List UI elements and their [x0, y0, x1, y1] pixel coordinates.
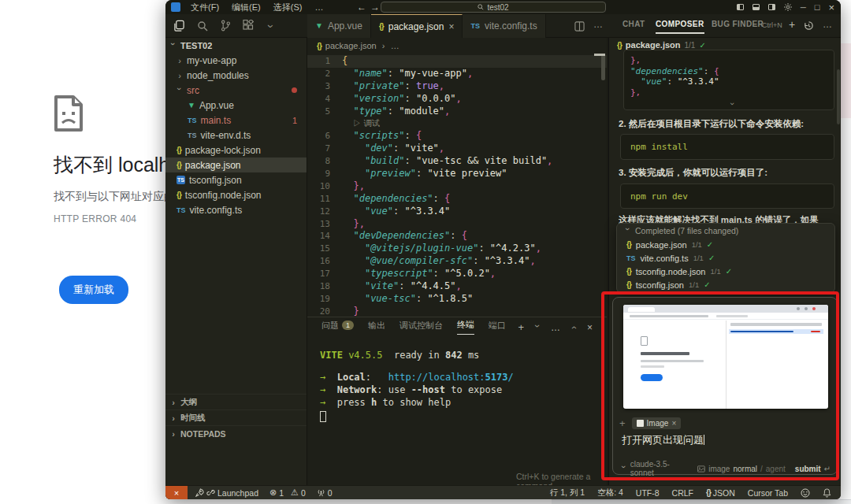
sidebar-item-package-lock[interactable]: {} package-lock.json	[165, 143, 307, 158]
warnings-count: 0	[301, 488, 306, 498]
chip-close-icon[interactable]: ×	[671, 419, 676, 428]
completed-file-row[interactable]: {} tsconfig.json 1/1 ✓	[617, 278, 834, 291]
model-dropdown-icon[interactable]: ›	[619, 465, 629, 472]
split-editor-icon[interactable]	[574, 21, 585, 32]
completed-header[interactable]: › Completed (7 files changed)	[617, 224, 834, 238]
feedback-smiley-icon[interactable]	[801, 488, 810, 498]
terminal-output[interactable]: VITE v4.5.5 ready in 842 ms → Local: htt…	[320, 349, 514, 424]
menu-edit[interactable]: 编辑(E)	[225, 2, 267, 13]
panel-tab-debug-console[interactable]: 调试控制台	[399, 320, 443, 335]
expand-code-chevron-icon[interactable]: ›	[727, 102, 738, 108]
sidebar-section-timeline[interactable]: › 时间线	[165, 410, 307, 425]
remote-indicator[interactable]: ×	[165, 486, 188, 499]
model-selector[interactable]: claude-3.5-sonnet	[630, 460, 692, 477]
maximize-panel-icon[interactable]: ›	[568, 324, 579, 331]
command-search-box[interactable]: test02	[381, 2, 606, 13]
code-lines[interactable]: 1{2 "name": "my-vue-app",3 "private": tr…	[307, 55, 607, 317]
sidebar-root-folder[interactable]: › TEST02	[165, 38, 307, 53]
extensions-icon[interactable]	[243, 20, 254, 31]
chat-scrollbar[interactable]	[837, 69, 840, 124]
language-mode[interactable]: {} JSON	[706, 488, 735, 498]
codelens-debug-action[interactable]: ▷ 调试	[342, 117, 380, 130]
editor-actions-more-icon[interactable]: …	[593, 19, 603, 30]
panel-more-icon[interactable]: …	[551, 322, 560, 333]
code-token	[342, 255, 365, 266]
sidebar-item-my-vue-app[interactable]: › my-vue-app	[165, 53, 307, 68]
window-minimize-icon[interactable]: ─	[801, 3, 806, 12]
mode-normal[interactable]: normal	[733, 465, 757, 473]
image-mode-label[interactable]: image	[708, 465, 730, 473]
sidebar-item-node-modules[interactable]: › node_modules	[165, 68, 307, 83]
panel-tab-output[interactable]: 输出	[368, 320, 385, 335]
sidebar-item-package-json[interactable]: {} package.json	[165, 158, 307, 172]
tab-chat[interactable]: CHAT	[622, 14, 645, 32]
toggle-secondary-sidebar-icon[interactable]	[768, 4, 775, 10]
completed-file-row[interactable]: {} package.json 1/1 ✓	[617, 238, 834, 251]
sidebar-section-notepads[interactable]: › NOTEPADS	[165, 425, 307, 441]
sidebar-item-app-vue[interactable]: ▼ App.vue	[165, 98, 307, 113]
chat-file-header[interactable]: {} package.json 1/1 ✓	[617, 40, 706, 50]
sidebar-item-vite-config[interactable]: TS vite.config.ts	[165, 202, 307, 217]
new-terminal-icon[interactable]: +	[518, 321, 524, 333]
cursor-position[interactable]: 行 1, 列 1	[550, 487, 585, 498]
tab-app-vue[interactable]: ▼ App.vue	[307, 14, 371, 38]
ports-status[interactable]: 0	[317, 488, 333, 498]
toggle-panel-icon[interactable]	[753, 4, 760, 10]
image-chip[interactable]: Image ×	[632, 417, 682, 429]
eol-sequence[interactable]: CRLF	[672, 488, 693, 498]
menu-more-icon[interactable]: …	[308, 2, 329, 12]
sidebar-item-tsconfig-node[interactable]: {} tsconfig.node.json	[165, 187, 307, 202]
activity-overflow-chevron-icon[interactable]: ›	[265, 24, 277, 31]
cursor-tab-toggle[interactable]: Cursor Tab	[748, 488, 788, 498]
menu-select[interactable]: 选择(S)	[267, 2, 309, 13]
reload-button[interactable]: 重新加载	[59, 276, 128, 304]
tab-close-icon[interactable]: ×	[448, 21, 454, 32]
panel-tab-ports[interactable]: 端口	[489, 320, 506, 335]
panel-tab-problems[interactable]: 问题 1	[321, 320, 354, 335]
sidebar-item-vite-env[interactable]: TS vite-env.d.ts	[165, 128, 307, 143]
sidebar-section-outline[interactable]: › 大纲	[165, 394, 307, 410]
completed-file-row[interactable]: TS vite.config.ts 1/1 ✓	[617, 251, 834, 265]
sidebar-item-main-ts[interactable]: TS main.ts 1	[165, 113, 307, 128]
code-token: press	[325, 397, 371, 408]
source-control-icon[interactable]	[220, 20, 231, 32]
tab-package-json[interactable]: {} package.json ×	[371, 14, 463, 38]
sidebar-item-tsconfig[interactable]: TS tsconfig.json	[165, 172, 307, 187]
toggle-sidebar-icon[interactable]	[737, 4, 744, 10]
codelens-row[interactable]: ▷ 调试	[307, 117, 607, 130]
tab-vite-config[interactable]: TS vite.config.ts	[463, 14, 545, 38]
explorer-files-icon[interactable]	[173, 20, 185, 32]
code-token: :	[388, 68, 399, 79]
close-panel-icon[interactable]: ×	[587, 322, 593, 333]
terminal-dropdown-icon[interactable]: ›	[532, 324, 543, 331]
composer-input-area[interactable]: + Image × 打开网页出现问题 › claude-3.5-sonnet	[612, 297, 838, 475]
breadcrumb[interactable]: {} package.json › …	[307, 38, 607, 54]
encoding[interactable]: UTF-8	[636, 488, 660, 498]
notifications-bell-icon[interactable]	[823, 488, 831, 498]
tab-bug-finder[interactable]: BUG FINDER	[712, 14, 764, 32]
history-icon[interactable]	[804, 20, 814, 31]
launchpad-item[interactable]: Launchpad	[195, 488, 258, 498]
composer-message[interactable]: 打开网页出现问题	[622, 433, 704, 447]
code-token: :	[433, 193, 444, 204]
sidebar-item-src[interactable]: › src	[165, 83, 307, 98]
mode-agent[interactable]: agent	[766, 465, 786, 473]
nav-back-icon[interactable]: ←	[357, 2, 366, 13]
menu-file[interactable]: 文件(F)	[184, 2, 225, 13]
settings-gear-icon[interactable]	[784, 3, 792, 11]
indentation[interactable]: 空格: 4	[597, 487, 623, 498]
completed-file-row[interactable]: {} tsconfig.node.json 1/1 ✓	[617, 265, 834, 278]
add-attachment-icon[interactable]: +	[619, 417, 626, 429]
new-chat-icon[interactable]: +	[789, 18, 795, 31]
panel-tab-terminal[interactable]: 终端	[457, 319, 474, 335]
nav-forward-icon[interactable]: →	[370, 2, 380, 13]
window-maximize-icon[interactable]: □	[815, 2, 820, 12]
window-close-icon[interactable]: ×	[828, 2, 834, 13]
problems-status[interactable]: ⊗ 1 ⚠ 0	[269, 487, 306, 498]
attached-screenshot-thumbnail[interactable]	[623, 305, 828, 409]
chat-more-icon[interactable]: …	[823, 19, 832, 30]
submit-button[interactable]: submit	[795, 465, 821, 473]
editor-scrollbar[interactable]	[601, 54, 605, 80]
search-sidebar-icon[interactable]	[197, 20, 208, 32]
tab-composer[interactable]: COMPOSER	[656, 14, 704, 34]
